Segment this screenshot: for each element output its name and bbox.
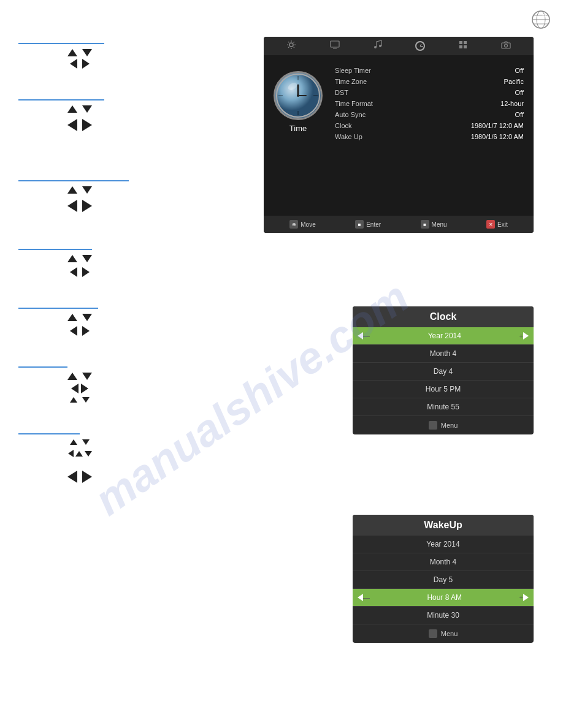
section-divider-6 <box>18 366 67 368</box>
arrow-down-icon[interactable] <box>82 49 92 56</box>
section-divider-5 <box>18 308 98 309</box>
arrows-5 <box>18 314 141 336</box>
section-divider-4 <box>18 249 92 250</box>
section-divider-3 <box>18 180 129 181</box>
arrow-down-icon[interactable] <box>82 255 92 262</box>
wakeup-hour-right-arrow[interactable] <box>523 594 529 601</box>
svg-rect-13 <box>459 45 462 48</box>
setting-time-zone: Time Zone Pacific <box>335 76 524 87</box>
nav-section-6 <box>18 366 141 403</box>
arrow-left-large-icon[interactable] <box>67 200 77 212</box>
wakeup-year-row[interactable]: Year 2014 <box>353 536 534 553</box>
svg-point-9 <box>374 46 377 48</box>
arrows-7 <box>18 439 141 483</box>
nav-section-3 <box>18 180 141 212</box>
arrow-right-large-icon[interactable] <box>82 119 92 131</box>
arrow-up-sm-icon[interactable] <box>70 439 77 445</box>
move-icon: ⊕ <box>289 220 298 229</box>
nav-section-7 <box>18 433 141 483</box>
clock-year-right-arrow[interactable] <box>523 332 529 339</box>
wakeup-menu-icon <box>429 629 437 638</box>
clock-day-row[interactable]: Day 4 <box>353 363 534 381</box>
wakeup-hour-row[interactable]: — Hour 8 AM + <box>353 589 534 607</box>
clock-panel: Clock — Year 2014 + Month 4 Day 4 Hour 5… <box>353 306 534 434</box>
clock-panel-bottom: Menu <box>353 416 534 434</box>
arrow-left-icon[interactable] <box>70 326 77 336</box>
arrow-down-icon[interactable] <box>82 314 92 321</box>
menu-button[interactable]: ■ Menu <box>421 220 447 229</box>
clock-year-row[interactable]: — Year 2014 + <box>353 327 534 345</box>
svg-point-6 <box>289 43 293 47</box>
arrow-left-large-icon[interactable] <box>67 119 77 131</box>
svg-rect-12 <box>464 41 467 44</box>
arrow-right-icon[interactable] <box>82 267 90 277</box>
section-divider-2 <box>18 99 104 100</box>
time-menu-content: Time Sleep Timer Off Time Zone Pacific D… <box>264 55 534 152</box>
section-divider-7 <box>18 433 80 434</box>
wakeup-month-row[interactable]: Month 4 <box>353 553 534 571</box>
arrow-up-icon[interactable] <box>67 105 77 113</box>
enter-icon: ■ <box>355 220 364 229</box>
arrow-left-icon[interactable] <box>71 384 79 393</box>
arrow-up-icon[interactable] <box>67 49 77 56</box>
globe-icon <box>531 10 551 29</box>
arrow-down-icon[interactable] <box>82 186 92 194</box>
nav-section-5 <box>18 308 141 336</box>
clock-toolbar-icon <box>415 41 425 51</box>
arrows-6 <box>18 373 141 403</box>
enter-button[interactable]: ■ Enter <box>355 220 381 229</box>
exit-button[interactable]: ✕ Exit <box>486 220 508 229</box>
clock-minute-row[interactable]: Minute 55 <box>353 398 534 416</box>
clock-month-row[interactable]: Month 4 <box>353 345 534 363</box>
gear-toolbar-icon <box>286 40 296 52</box>
arrow-down-sm-icon[interactable] <box>82 397 90 403</box>
arrow-right-large-icon[interactable] <box>82 200 92 212</box>
arrow-up-icon[interactable] <box>67 373 77 380</box>
wakeup-minute-row[interactable]: Minute 30 <box>353 607 534 624</box>
wakeup-panel-bottom: Menu <box>353 624 534 643</box>
section-divider-1 <box>18 43 104 44</box>
setting-clock: Clock 1980/1/7 12:0 AM <box>335 120 524 131</box>
arrow-right-icon[interactable] <box>81 384 88 393</box>
time-menu-screenshot: Time Sleep Timer Off Time Zone Pacific D… <box>264 37 534 233</box>
arrow-down-icon[interactable] <box>82 105 92 113</box>
grid-toolbar-icon <box>459 40 467 51</box>
arrow-right-icon[interactable] <box>82 326 90 336</box>
music-toolbar-icon <box>373 40 382 52</box>
arrow-left-icon[interactable] <box>70 59 77 69</box>
arrow-right-large-icon[interactable] <box>82 471 92 483</box>
wakeup-day-row[interactable]: Day 5 <box>353 571 534 589</box>
setting-wakeup: Wake Up 1980/1/6 12:0 AM <box>335 131 524 142</box>
svg-point-10 <box>379 45 381 47</box>
arrow-down-sm-icon[interactable] <box>85 451 92 457</box>
clock-year-minus[interactable]: — <box>363 332 370 339</box>
svg-rect-11 <box>459 41 462 44</box>
arrow-down-icon[interactable] <box>82 373 92 380</box>
arrow-up-icon[interactable] <box>67 186 77 194</box>
arrow-left-sm-icon[interactable] <box>68 450 74 457</box>
arrow-up-sm-icon[interactable] <box>75 451 83 457</box>
wakeup-hour-left-arrow[interactable] <box>358 594 363 601</box>
arrow-up-sm-icon[interactable] <box>70 397 77 403</box>
arrow-up-icon[interactable] <box>67 314 77 321</box>
nav-section-4 <box>18 249 141 277</box>
arrow-down-sm-icon[interactable] <box>82 439 90 445</box>
setting-sleep-timer: Sleep Timer Off <box>335 65 524 76</box>
svg-point-24 <box>297 94 299 97</box>
arrows-4 <box>18 255 141 277</box>
arrow-left-icon[interactable] <box>70 267 77 277</box>
time-menu-toolbar <box>264 37 534 55</box>
arrow-up-icon[interactable] <box>67 255 77 262</box>
wakeup-panel: WakeUp Year 2014 Month 4 Day 5 — Hour 8 … <box>353 515 534 643</box>
clock-year-left-arrow[interactable] <box>358 332 363 339</box>
wakeup-hour-minus[interactable]: — <box>363 594 370 601</box>
svg-rect-15 <box>502 43 510 48</box>
exit-icon: ✕ <box>486 220 495 229</box>
nav-section-1 <box>18 43 141 69</box>
arrow-left-large-icon[interactable] <box>67 471 77 483</box>
arrow-right-icon[interactable] <box>82 59 90 69</box>
move-button[interactable]: ⊕ Move <box>289 220 315 229</box>
svg-rect-14 <box>464 45 467 48</box>
clock-menu-icon <box>429 421 437 430</box>
clock-hour-row[interactable]: Hour 5 PM <box>353 381 534 398</box>
